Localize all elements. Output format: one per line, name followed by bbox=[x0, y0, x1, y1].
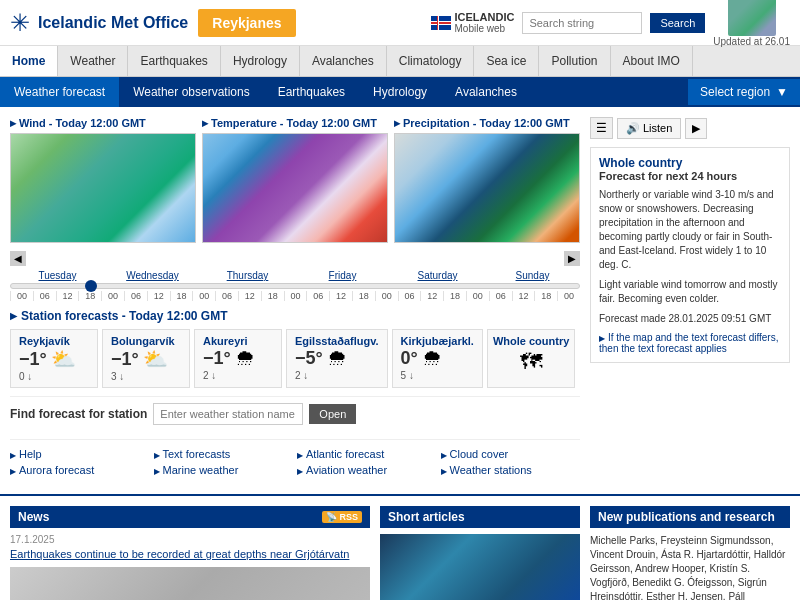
forecast-text-1: Northerly or variable wind 3-10 m/s and … bbox=[599, 188, 781, 272]
news-header: News 📡 RSS bbox=[10, 506, 370, 528]
wind-map-title: Wind - Today 12:00 GMT bbox=[10, 117, 196, 129]
subnav-hydrology[interactable]: Hydrology bbox=[359, 77, 441, 107]
nav-weather[interactable]: Weather bbox=[58, 46, 128, 76]
top-navigation: Home Weather Earthquakes Hydrology Avala… bbox=[0, 46, 800, 77]
timeline-day-5[interactable]: Sunday bbox=[485, 270, 580, 281]
forecast-made: Forecast made 28.01.2025 09:51 GMT bbox=[599, 312, 781, 326]
play-button[interactable]: ▶ bbox=[685, 118, 707, 139]
article-image bbox=[380, 534, 580, 600]
link-marine[interactable]: Marine weather bbox=[154, 462, 294, 478]
logo-text: Icelandic Met Office bbox=[38, 14, 188, 32]
stations-title: Station forecasts - Today 12:00 GMT bbox=[10, 309, 580, 323]
nav-hydrology[interactable]: Hydrology bbox=[221, 46, 300, 76]
news-title-1[interactable]: Earthquakes continue to be recorded at g… bbox=[10, 547, 370, 561]
chevron-down-icon: ▼ bbox=[776, 85, 788, 99]
nav-home[interactable]: Home bbox=[0, 46, 58, 76]
wind-map-card: Wind - Today 12:00 GMT bbox=[10, 117, 196, 243]
publications-column: New publications and research Michelle P… bbox=[590, 506, 790, 600]
search-input[interactable] bbox=[522, 12, 642, 34]
timeline-next-arrow[interactable]: ▶ bbox=[564, 251, 580, 266]
timeline-day-3[interactable]: Friday bbox=[295, 270, 390, 281]
news-date-1: 17.1.2025 bbox=[10, 534, 370, 545]
speaker-icon: 🔊 bbox=[626, 122, 640, 135]
link-help[interactable]: Help bbox=[10, 446, 150, 462]
stations-section: Station forecasts - Today 12:00 GMT Reyk… bbox=[10, 309, 580, 388]
maps-row: Wind - Today 12:00 GMT Temperature - Tod… bbox=[10, 117, 580, 243]
listen-row: ☰ 🔊 Listen ▶ bbox=[590, 117, 790, 139]
forecast-box: Whole country Forecast for next 24 hours… bbox=[590, 147, 790, 363]
updated-text: Updated at 26.01 bbox=[713, 36, 790, 47]
language-text: ICELANDIC Mobile web bbox=[455, 11, 515, 34]
forecast-period: Forecast for next 24 hours bbox=[599, 170, 781, 182]
nav-sea-ice[interactable]: Sea ice bbox=[474, 46, 539, 76]
snowflake-icon: ✳ bbox=[10, 9, 30, 37]
link-aviation[interactable]: Aviation weather bbox=[297, 462, 437, 478]
forecast-text-2: Light variable wind tomorrow and mostly … bbox=[599, 278, 781, 306]
region-select-dropdown[interactable]: Select region ▼ bbox=[688, 79, 800, 105]
logo-area: ✳ Icelandic Met Office bbox=[10, 9, 188, 37]
reykjanes-button[interactable]: Reykjanes bbox=[198, 9, 295, 37]
links-col-4: Cloud cover Weather stations bbox=[441, 446, 581, 478]
station-reykjavik: Reykjavík −1° ⛅ 0 ↓ bbox=[10, 329, 98, 388]
find-label: Find forecast for station bbox=[10, 407, 147, 421]
temperature-map-card: Temperature - Today 12:00 GMT bbox=[202, 117, 388, 243]
forecast-note[interactable]: If the map and the text forecast differs… bbox=[599, 332, 781, 354]
link-text-forecasts[interactable]: Text forecasts bbox=[154, 446, 294, 462]
timeline-bar[interactable] bbox=[10, 283, 580, 289]
links-section: Help Aurora forecast Text forecasts Mari… bbox=[10, 439, 580, 484]
language-area: ICELANDIC Mobile web bbox=[431, 11, 515, 34]
temperature-map-image[interactable] bbox=[202, 133, 388, 243]
whole-country-map-icon: 🗺 bbox=[493, 349, 569, 375]
nav-earthquakes[interactable]: Earthquakes bbox=[128, 46, 220, 76]
nav-climatology[interactable]: Climatology bbox=[387, 46, 475, 76]
articles-column: Short articles weather bbox=[380, 506, 580, 600]
timeline: ◀ ▶ Tuesday Wednesday Thursday Friday Sa… bbox=[10, 251, 580, 301]
wind-map-image[interactable] bbox=[10, 133, 196, 243]
stations-grid: Reykjavík −1° ⛅ 0 ↓ Bolungarvík −1° ⛅ 3 … bbox=[10, 329, 580, 388]
flag-icon bbox=[431, 16, 451, 30]
left-column: Wind - Today 12:00 GMT Temperature - Tod… bbox=[10, 117, 580, 484]
station-egilsstadir: Egilsstaðaflugv. −5° 🌨 2 ↓ bbox=[286, 329, 388, 388]
precipitation-map-card: Precipitation - Today 12:00 GMT bbox=[394, 117, 580, 243]
header-right: ICELANDIC Mobile web Search Updated at 2… bbox=[431, 0, 790, 47]
listen-button[interactable]: 🔊 Listen bbox=[617, 118, 681, 139]
subnav-earthquakes[interactable]: Earthquakes bbox=[264, 77, 359, 107]
search-button[interactable]: Search bbox=[650, 13, 705, 33]
timeline-day-2[interactable]: Thursday bbox=[200, 270, 295, 281]
precipitation-map-image[interactable] bbox=[394, 133, 580, 243]
subnav-weather-observations[interactable]: Weather observations bbox=[119, 77, 264, 107]
timeline-days: Tuesday Wednesday Thursday Friday Saturd… bbox=[10, 270, 580, 281]
weather-icon-akureyri: 🌨 bbox=[235, 347, 255, 370]
bottom-section: News 📡 RSS 17.1.2025 Earthquakes continu… bbox=[0, 494, 800, 600]
station-akureyri: Akureyri −1° 🌨 2 ↓ bbox=[194, 329, 282, 388]
main-content: Wind - Today 12:00 GMT Temperature - Tod… bbox=[0, 107, 800, 494]
news-column: News 📡 RSS 17.1.2025 Earthquakes continu… bbox=[10, 506, 370, 600]
links-col-1: Help Aurora forecast bbox=[10, 446, 150, 478]
link-atlantic[interactable]: Atlantic forecast bbox=[297, 446, 437, 462]
timeline-day-4[interactable]: Saturday bbox=[390, 270, 485, 281]
link-cloud-cover[interactable]: Cloud cover bbox=[441, 446, 581, 462]
list-view-button[interactable]: ☰ bbox=[590, 117, 613, 139]
right-column: ☰ 🔊 Listen ▶ Whole country Forecast for … bbox=[590, 117, 790, 484]
weather-icon-reykjavik: ⛅ bbox=[51, 347, 76, 371]
find-open-button[interactable]: Open bbox=[309, 404, 356, 424]
timeline-arrows: ◀ ▶ bbox=[10, 251, 580, 266]
find-forecast-section: Find forecast for station Open bbox=[10, 396, 580, 431]
articles-header: Short articles bbox=[380, 506, 580, 528]
link-weather-stations[interactable]: Weather stations bbox=[441, 462, 581, 478]
subnav-avalanches[interactable]: Avalanches bbox=[441, 77, 531, 107]
weather-icon-kirkjubaejarklauster: 🌨 bbox=[422, 347, 442, 370]
timeline-day-1[interactable]: Wednesday bbox=[105, 270, 200, 281]
publications-header: New publications and research bbox=[590, 506, 790, 528]
nav-about-imo[interactable]: About IMO bbox=[611, 46, 693, 76]
subnav-weather-forecast[interactable]: Weather forecast bbox=[0, 77, 119, 107]
station-whole-country[interactable]: Whole country 🗺 bbox=[487, 329, 575, 388]
precip-map-title: Precipitation - Today 12:00 GMT bbox=[394, 117, 580, 129]
nav-pollution[interactable]: Pollution bbox=[539, 46, 610, 76]
rss-badge[interactable]: 📡 RSS bbox=[322, 511, 362, 523]
forecast-region: Whole country bbox=[599, 156, 781, 170]
nav-avalanches[interactable]: Avalanches bbox=[300, 46, 387, 76]
link-aurora[interactable]: Aurora forecast bbox=[10, 462, 150, 478]
find-station-input[interactable] bbox=[153, 403, 303, 425]
timeline-prev-arrow[interactable]: ◀ bbox=[10, 251, 26, 266]
